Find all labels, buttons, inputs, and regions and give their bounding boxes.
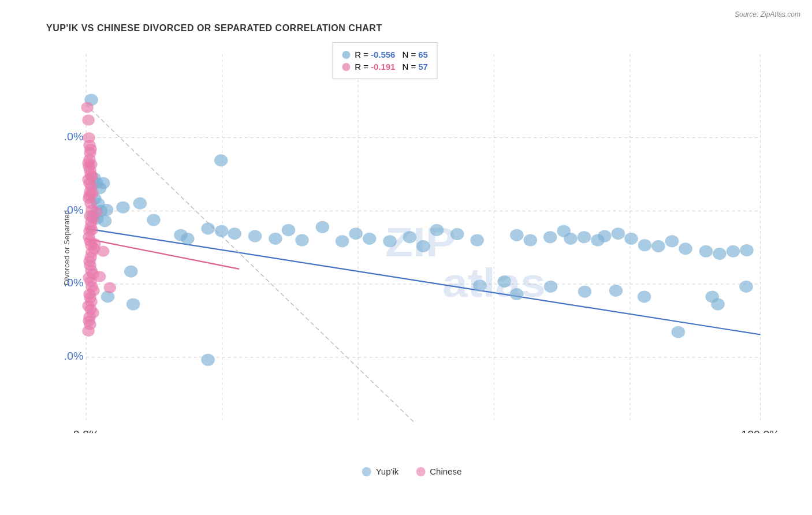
legend-r-label-2: R =	[355, 62, 368, 72]
svg-point-85	[711, 298, 725, 311]
svg-point-66	[638, 239, 652, 251]
bottom-legend-chinese-label: Chinese	[430, 467, 461, 476]
legend-dot-yupik	[342, 51, 350, 59]
svg-point-144	[82, 158, 95, 169]
svg-point-143	[97, 246, 110, 257]
svg-point-94	[84, 144, 97, 155]
svg-point-42	[269, 233, 282, 245]
svg-text:0.0%: 0.0%	[73, 429, 99, 433]
svg-point-68	[665, 235, 679, 247]
svg-point-71	[713, 248, 727, 260]
legend-r-value-2: -0.191	[371, 62, 396, 72]
svg-point-48	[363, 233, 377, 245]
svg-point-89	[81, 102, 94, 113]
bottom-dot-yupik	[362, 467, 371, 476]
svg-point-90	[82, 114, 95, 125]
svg-text:5.0%: 5.0%	[64, 350, 83, 362]
svg-point-78	[510, 288, 524, 300]
svg-text:10.0%: 10.0%	[64, 277, 83, 289]
svg-point-69	[679, 242, 692, 255]
svg-point-57	[524, 234, 538, 247]
svg-point-54	[470, 234, 484, 247]
svg-point-45	[316, 221, 330, 233]
bottom-legend-yupik: Yup'ik	[362, 467, 399, 476]
svg-point-33	[116, 201, 130, 214]
svg-point-32	[98, 215, 112, 227]
svg-point-51	[416, 240, 430, 252]
bottom-dot-chinese	[416, 467, 425, 476]
svg-point-44	[295, 234, 309, 247]
legend-n-label-1: N =	[402, 50, 416, 59]
legend-n-label-2: N =	[402, 62, 416, 72]
svg-point-61	[578, 231, 591, 243]
svg-point-35	[147, 214, 161, 226]
scatter-plot: 5.0% 10.0% 15.0% 20.0% 0.0% 100.0% ZIP a…	[64, 39, 777, 433]
svg-point-49	[383, 235, 397, 247]
svg-point-73	[740, 244, 754, 256]
bottom-legend-yupik-label: Yup'ik	[376, 467, 399, 476]
svg-point-67	[651, 240, 665, 252]
svg-point-138	[104, 282, 117, 293]
svg-point-79	[544, 281, 558, 293]
svg-point-56	[510, 229, 524, 241]
svg-point-88	[214, 154, 228, 166]
svg-point-46	[336, 235, 349, 247]
chart-title: YUP'IK VS CHINESE DIVORCED OR SEPARATED …	[46, 23, 777, 33]
svg-point-65	[624, 233, 638, 245]
svg-point-53	[450, 228, 464, 240]
svg-point-60	[564, 233, 578, 245]
svg-point-39	[215, 225, 229, 237]
svg-text:100.0%: 100.0%	[741, 429, 777, 433]
svg-point-137	[94, 271, 106, 282]
svg-point-34	[133, 197, 147, 210]
chart-container: YUP'IK VS CHINESE DIVORCED OR SEPARATED …	[0, 0, 812, 515]
svg-point-43	[282, 224, 296, 236]
svg-point-52	[430, 224, 444, 236]
svg-point-41	[248, 230, 262, 242]
legend-n-value-2: 57	[418, 62, 428, 72]
svg-point-37	[181, 233, 195, 245]
svg-point-40	[228, 227, 241, 240]
svg-point-86	[739, 281, 753, 293]
svg-point-140	[90, 206, 103, 217]
bottom-legend: Yup'ik Chinese	[362, 467, 462, 476]
svg-point-139	[82, 326, 95, 337]
bottom-legend-chinese: Chinese	[416, 467, 461, 476]
legend-n-value-1: 65	[418, 50, 428, 59]
legend-item-yupik: R = -0.556 N = 65	[342, 50, 428, 59]
legend-box: R = -0.556 N = 65 R = -0.191 N = 57	[332, 42, 438, 79]
svg-line-20	[86, 105, 415, 423]
legend-r-label-1: R =	[355, 50, 368, 59]
svg-point-76	[124, 266, 138, 278]
svg-point-47	[349, 227, 363, 240]
legend-r-value-1: -0.556	[371, 50, 396, 59]
source-label: Source: ZipAtlas.com	[735, 10, 800, 18]
svg-point-55	[497, 275, 511, 288]
svg-point-80	[578, 286, 592, 298]
svg-point-58	[543, 231, 557, 243]
svg-point-63	[598, 230, 612, 242]
svg-point-70	[699, 245, 713, 258]
svg-point-38	[201, 222, 215, 234]
svg-point-83	[672, 326, 686, 338]
svg-point-64	[612, 227, 625, 240]
legend-dot-chinese	[342, 63, 350, 71]
svg-point-75	[201, 354, 215, 366]
svg-point-27	[96, 177, 110, 189]
svg-point-74	[126, 298, 140, 311]
svg-point-145	[86, 188, 99, 199]
svg-point-72	[727, 245, 740, 258]
svg-text:15.0%: 15.0%	[64, 204, 83, 216]
svg-point-141	[85, 225, 98, 236]
svg-point-82	[638, 290, 651, 303]
svg-text:20.0%: 20.0%	[64, 131, 83, 143]
svg-point-81	[609, 285, 623, 297]
svg-point-77	[473, 279, 487, 292]
svg-line-19	[86, 238, 239, 268]
legend-item-chinese: R = -0.191 N = 57	[342, 62, 428, 72]
svg-point-50	[403, 231, 417, 243]
